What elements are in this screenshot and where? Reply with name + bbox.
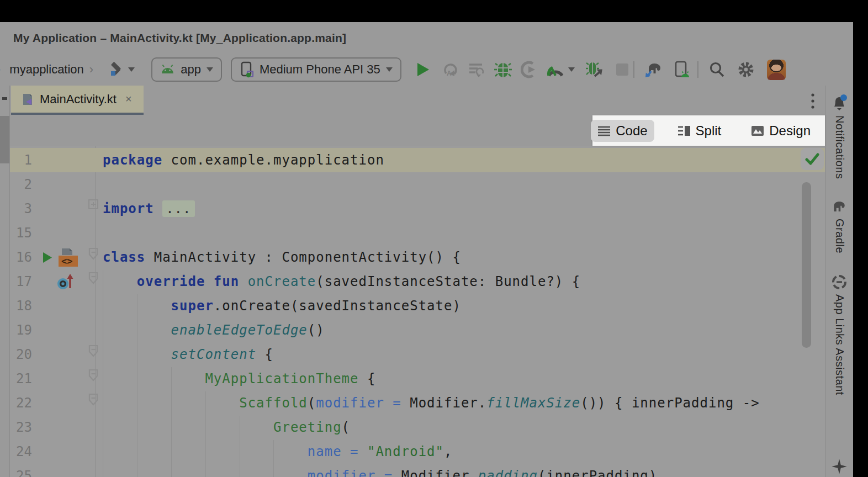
gutter-cell: 22 (10, 391, 96, 415)
fold-marker-chevron[interactable] (88, 369, 99, 382)
run-button[interactable] (416, 62, 430, 77)
stripe-handle-icon[interactable] (2, 97, 7, 100)
debug-button[interactable] (494, 61, 512, 78)
code-line-2[interactable]: 2 (10, 172, 825, 197)
code-area[interactable]: 1package com.example.myapplication23impo… (10, 146, 825, 477)
override-gutter-icon[interactable] (56, 273, 75, 290)
stop-button[interactable] (616, 63, 629, 76)
code-line-22[interactable]: 22 Scaffold(modifier = Modifier.fillMaxS… (10, 391, 825, 415)
gutter-cell: 19 (10, 318, 96, 342)
fold-marker-chevron[interactable] (88, 272, 99, 285)
user-avatar[interactable] (767, 60, 786, 80)
run-configuration-selector[interactable]: app (151, 57, 222, 82)
code-segment-txt: () (308, 322, 325, 338)
editor-tab-bar: MainActivity.kt × (10, 86, 825, 115)
code-line-24[interactable]: 24 name = "Android", (10, 439, 825, 464)
code-segment-txt: MainActivity : ComponentActivity() { (145, 250, 461, 265)
indent-guide (273, 440, 274, 477)
code-text[interactable]: setContent { (96, 342, 825, 367)
code-line-1[interactable]: 1package com.example.myapplication (10, 148, 825, 172)
code-line-25[interactable]: 25 modifier = Modifier.padding(innerPadd… (10, 464, 825, 477)
device-manager-button[interactable] (674, 61, 690, 78)
code-line-15[interactable]: 15 (10, 221, 825, 245)
code-segment-txt (103, 371, 205, 386)
right-tool-stripe: Notifications Gradle App Links Assistant (825, 86, 853, 477)
code-text[interactable]: override fun onCreate(savedInstanceState… (96, 269, 825, 294)
apply-code-changes-button[interactable] (468, 61, 485, 78)
code-segment-txt: .onCreate(savedInstanceState) (214, 298, 461, 314)
gemini-sparkle-icon[interactable] (831, 458, 848, 475)
apply-changes-restart-button[interactable]: A (441, 61, 459, 78)
view-mode-design[interactable]: Design (744, 120, 817, 142)
code-segment-fni: enableEdgeToEdge (171, 322, 308, 338)
code-segment-txt: Modifier. (410, 395, 486, 411)
window-title: My Application – MainActivity.kt [My_App… (13, 31, 346, 45)
gradle-elephant-icon (830, 199, 849, 215)
stripe-active-segment[interactable] (0, 116, 9, 163)
code-text[interactable]: class MainActivity : ComponentActivity()… (96, 245, 825, 269)
code-editor: Code Split Design (10, 115, 825, 477)
sync-gradle-button[interactable] (643, 60, 664, 79)
build-hammer-icon[interactable] (108, 61, 124, 78)
indent-guide (240, 416, 240, 477)
tab-mainactivity[interactable]: MainActivity.kt × (11, 86, 144, 115)
view-mode-toggle: Code Split Design (592, 115, 825, 146)
view-mode-label: Split (696, 123, 722, 139)
code-segment-kw: import (103, 201, 154, 216)
fold-marker-chevron[interactable] (88, 393, 99, 406)
code-text[interactable]: super.onCreate(savedInstanceState) (96, 294, 825, 318)
code-segment-txt (103, 274, 137, 289)
code-segment-param: modifier = (308, 468, 401, 477)
fold-marker-chevron[interactable] (88, 247, 99, 261)
view-mode-code[interactable]: Code (591, 120, 654, 142)
code-line-3[interactable]: 3import ... (10, 197, 825, 221)
search-everywhere-button[interactable] (708, 61, 725, 78)
toolwindow-label: App Links Assistant (833, 294, 846, 395)
fold-marker-chevron[interactable] (88, 344, 99, 358)
code-text[interactable] (96, 221, 825, 245)
code-rows: 1package com.example.myapplication23impo… (10, 148, 825, 477)
code-line-21[interactable]: 21 MyApplicationTheme { (10, 367, 825, 391)
gutter-cell: 23 (10, 415, 96, 439)
breadcrumb[interactable]: myapplication (9, 62, 84, 77)
code-line-18[interactable]: 18 super.onCreate(savedInstanceState) (10, 294, 825, 318)
tab-options-kebab-icon[interactable] (811, 92, 815, 111)
toolbar-separator (633, 61, 634, 78)
profiler-dropdown-caret[interactable] (568, 67, 575, 72)
view-mode-split[interactable]: Split (671, 120, 728, 142)
code-text[interactable]: enableEdgeToEdge() (96, 318, 825, 342)
code-text[interactable]: import ... (96, 197, 825, 221)
device-selector[interactable]: Medium Phone API 35 (231, 57, 401, 82)
inspections-status-widget[interactable] (801, 148, 824, 170)
profile-low-overhead-button[interactable] (521, 61, 537, 78)
code-lines-icon (597, 125, 611, 136)
code-line-16[interactable]: 16<>class MainActivity : ComponentActivi… (10, 245, 825, 269)
attach-debugger-button[interactable] (586, 61, 605, 78)
toolwindow-app-links-assistant[interactable]: App Links Assistant (830, 273, 848, 395)
toolwindow-gradle[interactable]: Gradle (830, 199, 849, 253)
editor-scrollbar-thumb[interactable] (802, 182, 811, 348)
code-line-20[interactable]: 20 setContent { (10, 342, 825, 367)
code-text[interactable] (96, 172, 825, 197)
breadcrumb-chevron: › (89, 62, 93, 77)
settings-gear-icon[interactable] (737, 61, 755, 78)
code-line-23[interactable]: 23 Greeting( (10, 415, 825, 439)
code-segment-txt: com.example.myapplication (162, 152, 384, 168)
profiler-button[interactable] (546, 61, 565, 78)
code-segment-txt (239, 274, 247, 289)
tab-close-icon[interactable]: × (125, 93, 132, 105)
code-line-17[interactable]: 17 override fun onCreate(savedInstanceSt… (10, 269, 825, 294)
fold-marker-plus[interactable] (88, 199, 99, 210)
toolwindow-notifications[interactable]: Notifications (830, 93, 849, 179)
editor-header: Code Split Design (10, 115, 825, 146)
compose-gutter-icon[interactable]: <> (56, 247, 78, 267)
code-segment-comp: Greeting (273, 420, 342, 435)
build-dropdown-caret[interactable] (128, 67, 135, 72)
code-segment-txt: { (358, 371, 375, 386)
code-text[interactable]: package com.example.myapplication (96, 148, 825, 172)
code-text[interactable]: MyApplicationTheme { (96, 367, 825, 391)
line-number: 16 (10, 250, 32, 265)
run-gutter-icon[interactable] (42, 252, 52, 263)
code-segment-txt (205, 274, 213, 289)
code-line-19[interactable]: 19 enableEdgeToEdge() (10, 318, 825, 342)
